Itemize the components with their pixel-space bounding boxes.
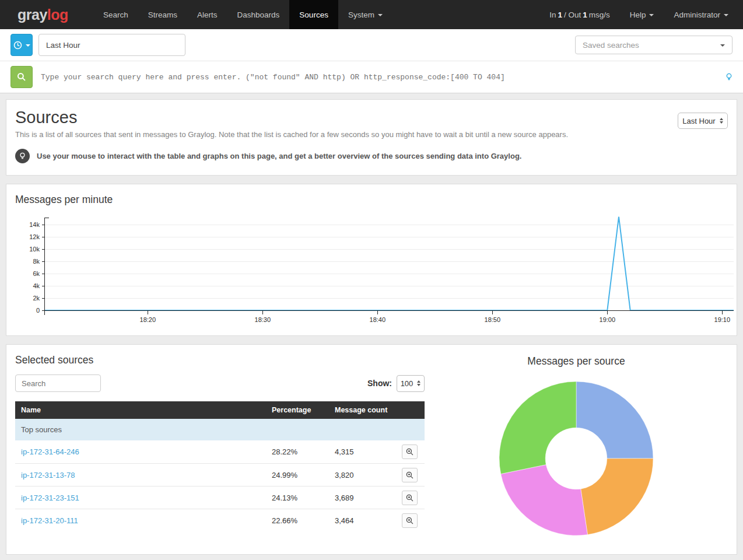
svg-text:18:50: 18:50 — [485, 316, 501, 323]
source-message-count: 4,315 — [329, 447, 396, 456]
time-range-input[interactable] — [38, 34, 185, 56]
nav-item-alerts[interactable]: Alerts — [187, 0, 227, 29]
nav-item-help[interactable]: Help — [620, 0, 664, 29]
svg-text:19:00: 19:00 — [600, 316, 616, 323]
zoom-in-icon — [406, 494, 413, 502]
zoom-in-button[interactable] — [402, 491, 418, 505]
messages-per-minute-chart[interactable]: 02k4k6k8k10k12k14k18:2018:3018:4018:5019… — [15, 214, 734, 325]
messages-per-source-section: Messages per source — [425, 354, 728, 540]
table-row: ip-172-31-64-246 28.22% 4,315 — [15, 440, 425, 463]
svg-text:14k: 14k — [29, 221, 40, 228]
source-percentage: 24.99% — [266, 471, 329, 480]
group-row-top-sources: Top sources — [15, 419, 425, 440]
nav-item-sources[interactable]: Sources — [289, 0, 338, 29]
selected-sources-section: Selected sources Show: 100 Name Percenta… — [15, 354, 425, 540]
caret-down-icon — [26, 44, 30, 47]
nav-item-user[interactable]: Administrator — [664, 0, 738, 29]
caret-down-icon — [724, 14, 728, 16]
caret-down-icon — [649, 14, 654, 16]
donut-slice[interactable] — [581, 459, 653, 535]
zoom-in-icon — [406, 471, 413, 479]
svg-text:19:10: 19:10 — [714, 316, 731, 323]
page-description: This is a list of all sources that sent … — [15, 130, 728, 139]
nav-right: In1 / Out1 msg/s Help Administrator — [539, 0, 743, 29]
sources-detail-panel: Selected sources Show: 100 Name Percenta… — [6, 344, 737, 555]
source-percentage: 28.22% — [266, 447, 329, 456]
saved-searches-select[interactable]: Saved searches — [575, 36, 733, 54]
source-link[interactable]: ip-172-31-64-246 — [21, 447, 79, 456]
donut-slice[interactable] — [499, 382, 576, 474]
sources-header-panel: Sources This is a list of all sources th… — [6, 99, 737, 176]
graylog-logo[interactable]: graylog — [0, 0, 93, 29]
table-row: ip-172-31-23-151 24.13% 3,689 — [15, 486, 425, 509]
messages-per-source-title: Messages per source — [527, 355, 625, 368]
messages-per-minute-title: Messages per minute — [15, 194, 728, 206]
query-hint-lightbulb-icon[interactable] — [726, 73, 733, 82]
zoom-in-icon — [406, 448, 413, 456]
source-link[interactable]: ip-172-31-20-111 — [21, 516, 78, 525]
caret-down-icon — [720, 44, 725, 47]
show-count-select[interactable]: 100 — [397, 375, 425, 392]
messages-per-minute-panel: Messages per minute 02k4k6k8k10k12k14k18… — [6, 184, 737, 336]
source-message-count: 3,464 — [329, 516, 396, 525]
source-link[interactable]: ip-172-31-23-151 — [21, 494, 79, 502]
column-header-action — [396, 401, 425, 419]
time-range-row: Saved searches — [0, 29, 743, 61]
svg-text:6k: 6k — [33, 270, 40, 277]
sources-range-select[interactable]: Last Hour — [678, 113, 728, 129]
source-link[interactable]: ip-172-31-13-78 — [21, 471, 75, 480]
show-label: Show: — [367, 379, 392, 388]
sources-table: Name Percentage Message count Top source… — [15, 401, 425, 531]
svg-text:2k: 2k — [33, 295, 40, 302]
donut-slice[interactable] — [576, 382, 653, 459]
throughput-indicator[interactable]: In1 / Out1 msg/s — [539, 0, 620, 29]
nav-item-system[interactable]: System — [338, 0, 392, 29]
up-down-stepper-icon — [720, 118, 723, 124]
lightbulb-circle-icon — [15, 149, 30, 163]
caret-down-icon — [378, 14, 383, 16]
nav-item-streams[interactable]: Streams — [138, 0, 187, 29]
svg-text:0: 0 — [36, 307, 40, 314]
navbar: graylog Search Streams Alerts Dashboards… — [0, 0, 743, 29]
sources-search-input[interactable] — [15, 374, 101, 392]
table-header: Name Percentage Message count — [15, 401, 425, 419]
nav-item-dashboards[interactable]: Dashboards — [227, 0, 290, 29]
clock-icon — [13, 41, 22, 50]
search-query-input[interactable] — [41, 73, 720, 82]
table-controls: Show: 100 — [15, 374, 425, 392]
graylog-logo-text: graylog — [17, 6, 68, 23]
search-area: Saved searches — [0, 29, 743, 93]
zoom-in-icon — [406, 517, 413, 524]
up-down-stepper-icon — [417, 380, 420, 386]
source-message-count: 3,689 — [329, 494, 396, 502]
svg-text:18:20: 18:20 — [140, 316, 156, 323]
table-row: ip-172-31-20-111 22.66% 3,464 — [15, 509, 425, 531]
svg-text:8k: 8k — [33, 258, 40, 265]
svg-text:4k: 4k — [33, 282, 40, 289]
svg-text:18:40: 18:40 — [370, 316, 386, 323]
table-row: ip-172-31-13-78 24.99% 3,820 — [15, 463, 425, 486]
source-percentage: 22.66% — [266, 516, 329, 525]
source-message-count: 3,820 — [329, 471, 396, 480]
zoom-in-button[interactable] — [402, 444, 418, 459]
source-percentage: 24.13% — [266, 494, 329, 502]
messages-per-source-chart[interactable] — [495, 377, 658, 540]
query-row — [0, 61, 743, 93]
column-header-name: Name — [15, 401, 266, 419]
zoom-in-button[interactable] — [402, 513, 418, 528]
search-icon — [17, 72, 26, 82]
time-range-type-button[interactable] — [10, 34, 33, 56]
column-header-percentage: Percentage — [266, 401, 329, 419]
tip-text: Use your mouse to interact with the tabl… — [37, 152, 521, 160]
svg-text:18:30: 18:30 — [255, 316, 271, 323]
donut-slice[interactable] — [501, 465, 588, 536]
svg-text:10k: 10k — [29, 246, 40, 253]
column-header-message-count: Message count — [329, 401, 396, 419]
tip-row: Use your mouse to interact with the tabl… — [15, 149, 728, 163]
zoom-in-button[interactable] — [402, 468, 418, 482]
search-button[interactable] — [10, 66, 33, 88]
svg-text:12k: 12k — [29, 233, 40, 240]
nav-item-search[interactable]: Search — [93, 0, 138, 29]
page-title: Sources — [15, 108, 728, 127]
nav-menu: Search Streams Alerts Dashboards Sources… — [93, 0, 392, 29]
